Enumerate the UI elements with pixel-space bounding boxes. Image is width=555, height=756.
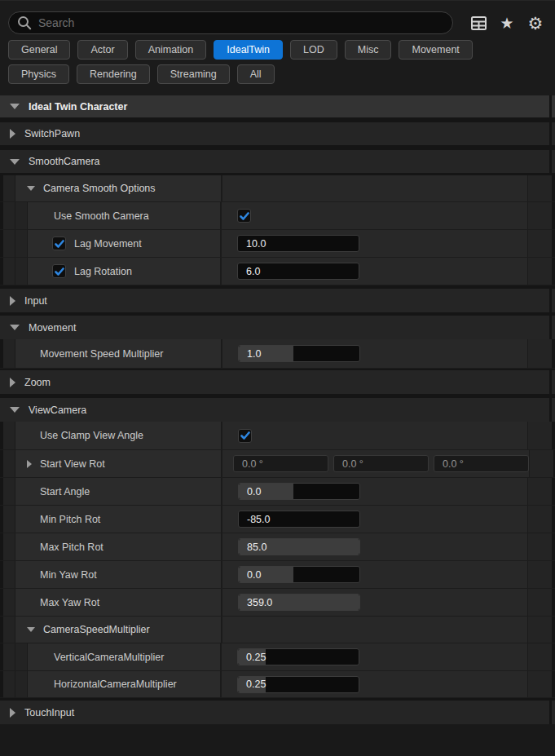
category-label: SwitchPawn: [24, 128, 80, 139]
property-row-horizontal-camera-multiplier: HorizontalCameraMultiplier 0.25: [0, 671, 555, 698]
property-label: Lag Rotation: [74, 266, 132, 277]
chevron-collapsed-icon: [10, 129, 15, 139]
lag-rotation-checkbox[interactable]: [52, 264, 66, 278]
property-label: Max Pitch Rot: [40, 542, 104, 553]
filter-misc[interactable]: Misc: [345, 40, 392, 60]
chevron-expanded-icon: [10, 407, 20, 413]
chevron-expanded-icon: [10, 325, 20, 330]
property-row-min-yaw-rot: Min Yaw Rot 0.0: [0, 561, 555, 589]
empty-area: [0, 724, 555, 756]
chevron-collapsed-icon: [10, 378, 15, 387]
property-row-movement-speed-multiplier: Movement Speed Multiplier 1.0: [0, 339, 555, 369]
search-bar[interactable]: [8, 11, 453, 34]
subcategory-row-cameraspeedmultiplier[interactable]: CameraSpeedMultiplier: [0, 617, 555, 643]
property-label: Max Yaw Rot: [40, 597, 99, 608]
max-yaw-rot-input[interactable]: 359.0: [238, 594, 360, 611]
property-row-lag-rotation: Lag Rotation 6.0: [0, 258, 555, 285]
filter-movement[interactable]: Movement: [399, 40, 472, 60]
chevron-expanded-icon: [27, 627, 35, 632]
filter-general[interactable]: General: [8, 40, 70, 60]
chevron-expanded-icon: [10, 159, 20, 165]
property-tree: Ideal Twin Character SwitchPawn SmoothCa…: [0, 95, 555, 756]
filter-animation[interactable]: Animation: [135, 40, 207, 60]
movement-speed-multiplier-input[interactable]: 1.0: [238, 345, 360, 362]
category-row-movement[interactable]: Movement: [0, 316, 555, 339]
property-label: Min Pitch Rot: [40, 514, 100, 525]
chevron-collapsed-icon: [10, 296, 15, 306]
chevron-expanded-icon: [27, 186, 35, 191]
filter-rendering[interactable]: Rendering: [77, 64, 150, 84]
search-input[interactable]: [38, 16, 444, 29]
chevron-expanded-icon: [10, 104, 20, 109]
filter-streaming[interactable]: Streaming: [157, 64, 230, 84]
property-label: Min Yaw Rot: [40, 569, 97, 581]
start-view-rot-y-input[interactable]: 0.0 °: [333, 455, 429, 472]
category-label: TouchInput: [24, 707, 74, 718]
chevron-collapsed-icon: [10, 708, 15, 718]
lag-movement-checkbox[interactable]: [52, 237, 66, 250]
property-row-start-angle: Start Angle 0.0: [0, 478, 555, 506]
filter-lod[interactable]: LOD: [290, 40, 337, 60]
property-label: Start View Rot: [40, 458, 105, 470]
property-row-min-pitch-rot: Min Pitch Rot -85.0: [0, 506, 555, 533]
property-row-use-smooth-camera: Use Smooth Camera: [0, 202, 555, 230]
min-yaw-rot-input[interactable]: 0.0: [238, 566, 360, 583]
star-icon[interactable]: ★: [498, 14, 516, 32]
filter-idealtwin[interactable]: IdealTwin: [214, 40, 283, 60]
search-icon: [17, 15, 32, 30]
vertical-camera-multiplier-input[interactable]: 0.25: [237, 648, 359, 665]
property-label: Movement Speed Multiplier: [40, 348, 163, 360]
category-row-viewcamera[interactable]: ViewCamera: [0, 398, 555, 422]
details-panel: ★ ⚙ General Actor Animation IdealTwin LO…: [0, 0, 555, 756]
use-clamp-view-angle-checkbox[interactable]: [238, 429, 252, 443]
filter-all[interactable]: All: [237, 64, 275, 84]
category-label: ViewCamera: [29, 405, 86, 416]
category-row-touchinput[interactable]: TouchInput: [0, 701, 555, 724]
property-label: Lag Movement: [74, 238, 142, 250]
chevron-collapsed-icon[interactable]: [27, 460, 32, 468]
subcategory-label: CameraSpeedMultiplier: [43, 624, 150, 635]
lag-movement-input[interactable]: 10.0: [237, 235, 359, 252]
subcategory-row-camera-smooth-options[interactable]: Camera Smooth Options: [0, 175, 555, 202]
property-label: Use Clamp View Angle: [40, 430, 143, 441]
toolbar-icons: ★ ⚙: [469, 14, 547, 32]
property-label: VerticalCameraMultiplier: [54, 652, 164, 663]
category-row-zoom[interactable]: Zoom: [0, 370, 555, 394]
check-icon: [55, 239, 64, 249]
category-label: Movement: [29, 322, 76, 334]
min-pitch-rot-input[interactable]: -85.0: [238, 511, 360, 528]
subcategory-label: Camera Smooth Options: [43, 183, 156, 194]
category-label: Ideal Twin Character: [29, 101, 127, 113]
category-label: Zoom: [24, 377, 51, 388]
search-toolbar: ★ ⚙: [0, 0, 555, 40]
start-view-rot-x-input[interactable]: 0.0 °: [233, 455, 328, 472]
property-row-start-view-rot: Start View Rot 0.0 ° 0.0 ° 0.0 °: [0, 450, 555, 478]
property-row-use-clamp-view-angle: Use Clamp View Angle: [0, 422, 555, 450]
category-row-switchpawn[interactable]: SwitchPawn: [0, 122, 555, 145]
property-row-max-yaw-rot: Max Yaw Rot 359.0: [0, 589, 555, 617]
horizontal-camera-multiplier-input[interactable]: 0.25: [237, 676, 359, 693]
property-row-max-pitch-rot: Max Pitch Rot 85.0: [0, 533, 555, 561]
property-label: Use Smooth Camera: [54, 210, 149, 222]
category-filters: General Actor Animation IdealTwin LOD Mi…: [0, 40, 555, 95]
lag-rotation-input[interactable]: 6.0: [237, 263, 359, 280]
category-label: SmoothCamera: [29, 156, 100, 167]
grid-icon[interactable]: [469, 14, 487, 32]
category-row-smoothcamera[interactable]: SmoothCamera: [0, 150, 555, 173]
check-icon: [240, 211, 249, 221]
start-view-rot-z-input[interactable]: 0.0 °: [434, 455, 529, 472]
filter-actor[interactable]: Actor: [77, 40, 127, 60]
property-label: HorizontalCameraMultiplier: [54, 679, 177, 690]
category-row-input[interactable]: Input: [0, 289, 555, 312]
property-row-lag-movement: Lag Movement 10.0: [0, 230, 555, 258]
gear-icon[interactable]: ⚙: [526, 14, 544, 32]
category-row-ideal-twin-character[interactable]: Ideal Twin Character: [0, 95, 555, 117]
check-icon: [240, 431, 250, 440]
check-icon: [55, 267, 64, 276]
filter-physics[interactable]: Physics: [8, 64, 69, 84]
use-smooth-camera-checkbox[interactable]: [237, 209, 251, 223]
property-row-vertical-camera-multiplier: VerticalCameraMultiplier 0.25: [0, 643, 555, 671]
start-angle-input[interactable]: 0.0: [238, 483, 360, 500]
max-pitch-rot-input[interactable]: 85.0: [238, 538, 360, 555]
property-label: Start Angle: [40, 486, 90, 497]
